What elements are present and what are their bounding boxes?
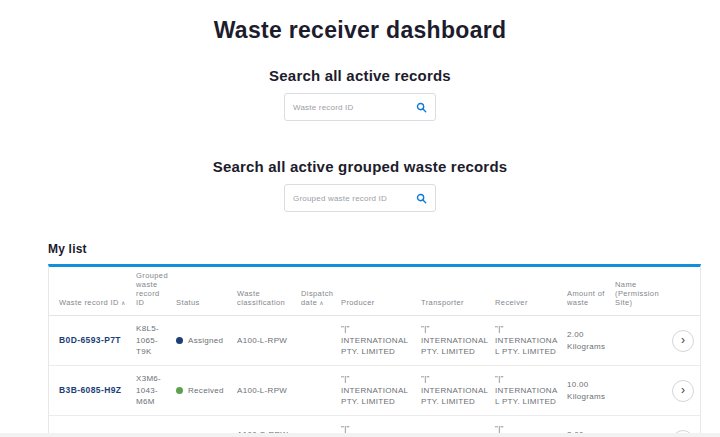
table-row: B3B-6085-H9Z X3M6-1043-M6M Received A100… — [49, 366, 700, 416]
waste-record-id-link[interactable]: B0D-6593-P7T — [59, 335, 121, 345]
column-header-waste-record-id[interactable]: Waste record ID∧ — [49, 298, 136, 315]
status-label: Received — [188, 385, 224, 397]
my-list-heading: My list — [48, 242, 720, 256]
page-background-strip — [0, 433, 720, 437]
waste-record-search-input[interactable] — [293, 103, 412, 112]
status-dot-assigned — [176, 337, 183, 344]
transporter-cell: "|" INTERNATIONAL PTY. LIMITED — [421, 373, 495, 408]
column-header-status: Status — [176, 298, 237, 315]
column-header-receiver: Receiver — [495, 298, 567, 315]
records-table: Waste record ID∧ Grouped waste record ID… — [48, 264, 701, 437]
waste-record-search-box — [284, 93, 436, 121]
status-cell: Received — [176, 385, 237, 397]
open-record-button[interactable]: › — [672, 380, 694, 402]
waste-receiver-dashboard-page: Waste receiver dashboard Search all acti… — [0, 0, 720, 437]
amount-unit: Kilograms — [567, 391, 609, 403]
grouped-record-search-box — [284, 184, 436, 212]
status-label: Assigned — [188, 335, 223, 347]
grouped-id-cell: X3M6-1043-M6M — [136, 373, 176, 408]
amount-value: 10.00 — [567, 379, 609, 391]
column-header-transporter: Transporter — [421, 298, 495, 315]
receiver-cell: "|" INTERNATIONAL PTY. LIMITED — [495, 373, 567, 408]
column-header-producer: Producer — [341, 298, 421, 315]
transporter-cell: "|" INTERNATIONAL PTY. LIMITED — [421, 323, 495, 358]
page-title: Waste receiver dashboard — [0, 17, 720, 44]
waste-record-search-button[interactable] — [412, 102, 427, 113]
table-header-row: Waste record ID∧ Grouped waste record ID… — [49, 267, 700, 316]
producer-cell: "|" INTERNATIONAL PTY. LIMITED — [341, 323, 421, 358]
chevron-right-icon: › — [681, 334, 685, 346]
receiver-cell: "|" INTERNATIONAL PTY. LIMITED — [495, 323, 567, 358]
waste-record-id-link[interactable]: B3B-6085-H9Z — [59, 385, 121, 395]
search-records-heading: Search all active records — [0, 67, 720, 84]
amount-cell: 10.00 Kilograms — [567, 379, 615, 402]
column-header-dispatch-date[interactable]: Dispatch date∧ — [301, 289, 341, 315]
amount-cell: 2.00 Kilograms — [567, 329, 615, 352]
open-record-button[interactable]: › — [672, 330, 694, 352]
waste-record-id-cell: B3B-6085-H9Z — [49, 384, 136, 397]
search-grouped-heading: Search all active grouped waste records — [0, 158, 720, 175]
status-cell: Assigned — [176, 335, 237, 347]
producer-cell: "|" INTERNATIONAL PTY. LIMITED — [341, 373, 421, 408]
chevron-right-icon: › — [681, 384, 685, 396]
grouped-record-search-button[interactable] — [412, 193, 427, 204]
search-icon — [416, 193, 427, 204]
waste-record-id-cell: B0D-6593-P7T — [49, 334, 136, 347]
table-row: B0D-6593-P7T K8L5-1065-T9K Assigned A100… — [49, 316, 700, 366]
column-header-permission-site: Name (Permission Site) — [615, 280, 669, 315]
sort-asc-icon: ∧ — [319, 300, 324, 306]
amount-value: 2.00 — [567, 329, 609, 341]
status-dot-received — [176, 387, 183, 394]
classification-cell: A100-L-RPW — [237, 335, 301, 347]
column-header-actions — [669, 307, 702, 315]
search-icon — [416, 102, 427, 113]
column-header-amount-of-waste: Amount of waste — [567, 289, 615, 315]
sort-asc-icon: ∧ — [121, 300, 126, 306]
column-header-grouped-waste-record-id: Grouped waste record ID — [136, 271, 176, 315]
classification-cell: A100-L-RPW — [237, 385, 301, 397]
actions-cell: › — [669, 330, 702, 352]
grouped-id-cell: K8L5-1065-T9K — [136, 323, 176, 358]
grouped-record-search-input[interactable] — [293, 194, 412, 203]
column-header-waste-classification: Waste classification — [237, 289, 301, 315]
actions-cell: › — [669, 380, 702, 402]
amount-unit: Kilograms — [567, 341, 609, 353]
